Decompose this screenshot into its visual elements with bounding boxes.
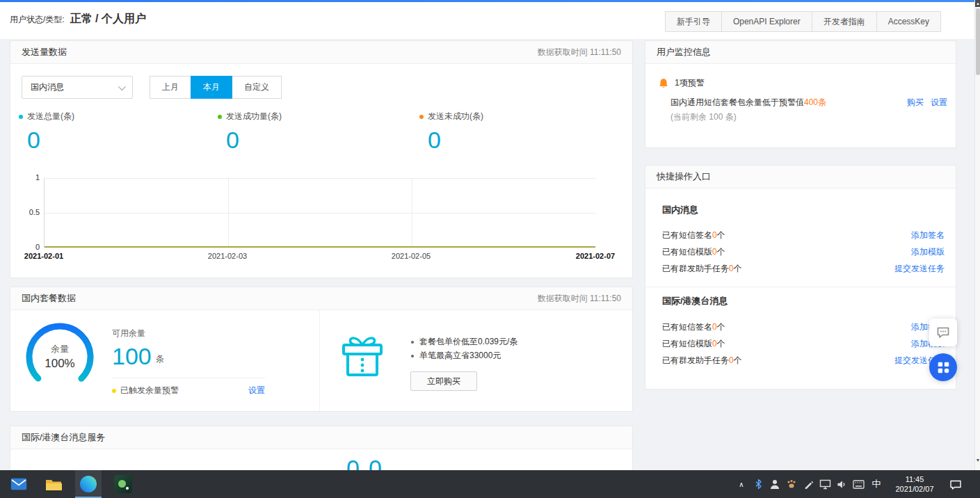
- domestic-package-card-title: 国内套餐数据: [22, 292, 76, 305]
- quick-row-domestic-signature: 已有短信签名0个 添加签名: [662, 230, 945, 241]
- clock-time: 11:45: [893, 474, 936, 484]
- quota-warning-settings-link[interactable]: 设置: [248, 385, 265, 396]
- chat-bubble-icon: [935, 325, 951, 340]
- edge-browser-icon[interactable]: [79, 475, 97, 493]
- x-tick-0201: 2021-02-01: [24, 252, 63, 260]
- row-unit: 个: [734, 355, 742, 365]
- gauge-value: 100%: [45, 357, 74, 371]
- row-count: 0: [712, 247, 717, 257]
- stat-failed-sent-label: 发送未成功(条): [428, 111, 483, 122]
- add-signature-link[interactable]: 添加签名: [911, 230, 945, 241]
- section-divider: [645, 287, 956, 287]
- touch-keyboard-icon[interactable]: [851, 477, 865, 491]
- message-type-dropdown[interactable]: 国内消息: [22, 76, 133, 99]
- x-tick-0207: 2021-02-07: [576, 252, 615, 260]
- send-volume-fetch-time: 数据获取时间 11:11:50: [538, 47, 621, 58]
- add-template-link[interactable]: 添加模版: [911, 246, 945, 258]
- scrollbar-thumb[interactable]: [976, 8, 980, 75]
- user-status: 用户状态/类型: 正常 / 个人用户: [10, 12, 146, 26]
- alert-settings-link[interactable]: 设置: [931, 97, 947, 109]
- buy-now-button[interactable]: 立即购买: [410, 371, 477, 391]
- period-tabs: 上月 本月 自定义: [150, 76, 282, 99]
- nav-button-developer-guide[interactable]: 开发者指南: [812, 11, 877, 32]
- stat-success-sent-label: 发送成功量(条): [226, 111, 282, 122]
- action-center-icon[interactable]: [949, 478, 963, 492]
- row-unit: 个: [734, 264, 742, 273]
- user-monitor-card-header: 用户监控信息: [645, 41, 956, 64]
- speaker-icon[interactable]: [835, 477, 849, 491]
- intl-message-card-header: 国际/港澳台消息服务: [10, 426, 632, 449]
- pen-tray-icon[interactable]: [801, 477, 815, 491]
- bluetooth-icon[interactable]: [751, 477, 765, 491]
- windows-taskbar: ∧ 中 11:45 2021/02/07: [0, 470, 980, 498]
- user-status-label: 用户状态/类型:: [10, 14, 65, 26]
- user-tray-icon[interactable]: [768, 477, 782, 491]
- quick-actions-card: 快捷操作入口 国内消息 已有短信签名0个 添加签名 已有短信模版0个 添加模版 …: [645, 165, 956, 389]
- row-unit: 个: [717, 247, 725, 257]
- chart-series-line: [45, 246, 595, 248]
- message-type-dropdown-value: 国内消息: [31, 81, 64, 93]
- console-content: 发送量数据 数据获取时间 11:11:50 国内消息 上月 本月 自定义 发送总…: [0, 39, 974, 470]
- file-explorer-icon[interactable]: [45, 475, 63, 493]
- send-volume-card: 发送量数据 数据获取时间 11:11:50 国内消息 上月 本月 自定义 发送总…: [10, 40, 633, 278]
- desktop: 用户状态/类型: 正常 / 个人用户 新手引导 OpenAPI Explorer…: [0, 0, 980, 498]
- promo-point-1: 套餐包单价低至0.039元/条: [411, 336, 517, 348]
- scroll-up-arrow-icon[interactable]: ▲: [975, 0, 980, 7]
- promo-point-1-text: 套餐包单价低至0.039元/条: [419, 336, 517, 348]
- nav-button-accesskey[interactable]: AccessKey: [876, 11, 941, 32]
- bullet-icon: [411, 355, 414, 358]
- gauge-label: 余量: [51, 343, 69, 355]
- promo-point-2: 单笔最高立省33000元: [411, 350, 501, 362]
- feedback-chat-button[interactable]: [929, 319, 957, 346]
- tab-last-month[interactable]: 上月: [150, 76, 191, 99]
- row-label: 已有短信签名: [662, 322, 712, 332]
- stat-total-sent-label: 发送总量(条): [27, 111, 74, 122]
- nav-button-openapi-explorer[interactable]: OpenAPI Explorer: [721, 11, 812, 32]
- tab-custom[interactable]: 自定义: [232, 76, 282, 99]
- row-label: 已有群发助手任务: [662, 355, 729, 365]
- row-label: 已有短信签名: [662, 230, 712, 240]
- alert-buy-link[interactable]: 购买: [907, 97, 924, 109]
- submit-send-task-link[interactable]: 提交发送任务: [894, 263, 945, 275]
- quick-row-domestic-batch: 已有群发助手任务0个 提交发送任务: [662, 263, 945, 275]
- alert-count-text: 1项预警: [675, 77, 705, 89]
- mini-console-button[interactable]: [929, 353, 957, 381]
- y-tick-05: 0.5: [12, 208, 40, 216]
- display-tray-icon[interactable]: [818, 477, 832, 491]
- nav-button-beginner-guide[interactable]: 新手引导: [665, 11, 722, 32]
- quick-row-intl-template: 已有短信模版0个 添加模版: [662, 338, 945, 350]
- stat-failed-sent: 发送未成功(条) 0: [419, 111, 483, 152]
- row-count: 0: [729, 355, 734, 365]
- mail-app-icon[interactable]: [10, 475, 28, 493]
- user-monitor-card: 用户监控信息 1项预警 国内通用短信套餐包余量低于预警值400条 购买 设置 (…: [645, 40, 956, 148]
- clock-date: 2021/02/07: [893, 484, 936, 494]
- orange-dot-icon: [419, 115, 424, 119]
- send-volume-card-title: 发送量数据: [22, 46, 67, 58]
- chevron-down-icon: [118, 82, 126, 90]
- available-quota-label: 可用余量: [112, 328, 145, 339]
- tab-this-month[interactable]: 本月: [191, 76, 232, 99]
- scroll-down-arrow-icon[interactable]: ▼: [975, 456, 980, 465]
- alert-detail-prefix: 国内通用短信套餐包余量低于预警值: [670, 97, 804, 107]
- promo-point-2-text: 单笔最高立省33000元: [419, 350, 501, 362]
- page-scrollbar[interactable]: ▲ ▼: [974, 0, 980, 470]
- stat-total-sent: 发送总量(条) 0: [19, 111, 74, 152]
- send-volume-card-header: 发送量数据 数据获取时间 11:11:50: [10, 41, 632, 64]
- tray-chevron-up-icon[interactable]: ∧: [734, 477, 748, 491]
- row-label: 已有群发助手任务: [662, 264, 729, 273]
- y-tick-1: 1: [12, 173, 40, 182]
- taskbar-clock[interactable]: 11:45 2021/02/07: [893, 474, 936, 494]
- gridline-h: [45, 178, 595, 179]
- pinned-app-icon[interactable]: [114, 475, 132, 493]
- available-quota: 100 条: [112, 344, 164, 368]
- intl-message-card: 国际/港澳台消息服务 0 0: [10, 426, 633, 470]
- y-tick-0: 0: [12, 243, 40, 251]
- intl-partial-value-2: 0: [369, 456, 382, 470]
- paw-tray-icon[interactable]: [785, 477, 798, 491]
- stat-total-sent-value: 0: [27, 128, 74, 152]
- row-label: 已有短信模版: [662, 247, 712, 257]
- row-label: 已有短信模版: [662, 339, 712, 348]
- ime-indicator[interactable]: 中: [869, 477, 883, 491]
- cyan-dot-icon: [19, 115, 23, 119]
- intl-message-card-title: 国际/港澳台消息服务: [22, 431, 106, 444]
